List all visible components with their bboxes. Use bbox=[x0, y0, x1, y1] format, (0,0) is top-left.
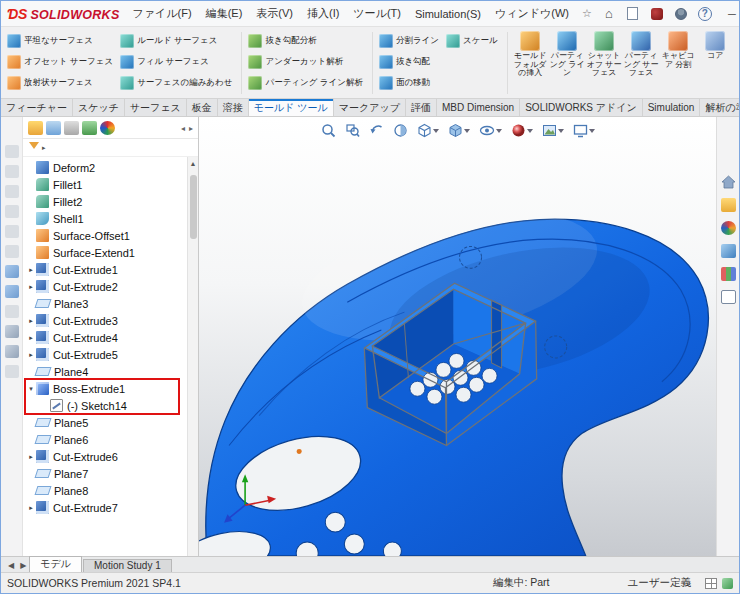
help-icon[interactable]: ? bbox=[694, 4, 716, 24]
left-toolbar-icon[interactable] bbox=[5, 225, 19, 238]
tree-item[interactable]: Fillet2 bbox=[23, 193, 187, 210]
tree-item[interactable]: Plane5 bbox=[23, 414, 187, 431]
left-toolbar-icon[interactable] bbox=[5, 205, 19, 218]
property-manager-tab-icon[interactable] bbox=[46, 121, 61, 135]
parting-line-analysis-button[interactable]: パーティング ライン解析 bbox=[246, 76, 367, 90]
motion-study-tab[interactable]: Motion Study 1 bbox=[83, 559, 172, 572]
configuration-manager-tab-icon[interactable] bbox=[64, 121, 79, 135]
menu-window[interactable]: ウィンドウ(W) bbox=[488, 6, 576, 21]
apply-scene-icon[interactable] bbox=[541, 122, 565, 139]
tree-item[interactable]: Surface-Extend1 bbox=[23, 244, 187, 261]
menu-insert[interactable]: 挿入(I) bbox=[300, 6, 346, 21]
view-palette-icon[interactable] bbox=[721, 267, 736, 281]
ribbon-collapse-chevron-icon[interactable]: ∧ bbox=[734, 30, 740, 44]
draft-analysis-button[interactable]: 抜き勾配分析 bbox=[246, 34, 367, 48]
parting-lines-button[interactable]: パーティング ライン bbox=[549, 30, 586, 96]
tree-item[interactable]: Plane6 bbox=[23, 431, 187, 448]
tab-simulation[interactable]: Simulation bbox=[643, 99, 701, 116]
tree-item[interactable]: Plane7 bbox=[23, 465, 187, 482]
appearances-icon[interactable] bbox=[721, 221, 736, 235]
tree-tabs-next-icon[interactable]: ▸ bbox=[189, 124, 193, 133]
custom-properties-icon[interactable] bbox=[721, 290, 736, 304]
tab-surfaces[interactable]: サーフェス bbox=[125, 99, 187, 116]
tree-item[interactable]: ▸Cut-Extrude4 bbox=[23, 329, 187, 346]
tab-sheet-metal[interactable]: 板金 bbox=[187, 99, 218, 116]
scroll-up-arrow-icon[interactable]: ▲ bbox=[190, 157, 197, 167]
ruled-surface-button[interactable]: ルールド サーフェス bbox=[118, 34, 237, 48]
left-toolbar-icon[interactable] bbox=[5, 365, 19, 378]
left-toolbar-icon[interactable] bbox=[5, 285, 19, 298]
file-explorer-icon[interactable] bbox=[721, 198, 736, 212]
tree-item[interactable]: ▸Cut-Extrude1 bbox=[23, 261, 187, 278]
tab-mold-tools[interactable]: モールド ツール bbox=[249, 99, 334, 116]
filter-funnel-icon[interactable] bbox=[29, 142, 39, 154]
tree-item[interactable]: ▸Cut-Extrude5 bbox=[23, 346, 187, 363]
home-tab-icon[interactable] bbox=[721, 175, 736, 189]
split-line-button[interactable]: 分割ライン bbox=[377, 34, 444, 48]
account-icon[interactable] bbox=[670, 4, 692, 24]
expander-icon[interactable]: ▸ bbox=[26, 351, 36, 359]
new-document-icon[interactable] bbox=[622, 4, 644, 24]
left-toolbar-icon[interactable] bbox=[5, 165, 19, 178]
tree-item[interactable]: Surface-Offset1 bbox=[23, 227, 187, 244]
radiate-surface-button[interactable]: 放射状サーフェス bbox=[5, 76, 118, 90]
tree-item[interactable]: Plane4 bbox=[23, 363, 187, 380]
tab-scroll-next-icon[interactable]: ▶ bbox=[17, 561, 29, 572]
core-button[interactable]: コア bbox=[697, 30, 734, 96]
dropdown-caret-icon[interactable] bbox=[433, 129, 439, 136]
feature-tree-tab-icon[interactable] bbox=[28, 121, 43, 135]
view-settings-icon[interactable] bbox=[572, 122, 596, 139]
display-style-icon[interactable] bbox=[447, 122, 471, 139]
left-toolbar-icon[interactable] bbox=[5, 185, 19, 198]
model-tab[interactable]: モデル bbox=[29, 556, 82, 572]
dropdown-caret-icon[interactable] bbox=[527, 129, 533, 136]
dropdown-caret-icon[interactable] bbox=[589, 129, 595, 136]
tree-item[interactable]: Shell1 bbox=[23, 210, 187, 227]
status-tag-icon[interactable] bbox=[722, 578, 733, 589]
left-toolbar-icon[interactable] bbox=[5, 265, 19, 278]
expander-icon[interactable]: ▸ bbox=[26, 334, 36, 342]
display-manager-tab-icon[interactable] bbox=[100, 121, 115, 135]
tab-solidworks-addins[interactable]: SOLIDWORKS アドイン bbox=[520, 99, 643, 116]
left-toolbar-icon[interactable] bbox=[5, 325, 19, 338]
zoom-to-area-icon[interactable] bbox=[344, 122, 361, 139]
tab-evaluate[interactable]: 評価 bbox=[406, 99, 437, 116]
menu-view[interactable]: 表示(V) bbox=[249, 6, 300, 21]
edit-appearance-icon[interactable] bbox=[510, 122, 534, 139]
tab-sketch[interactable]: スケッチ bbox=[73, 99, 125, 116]
tree-tabs-prev-icon[interactable]: ◂ bbox=[181, 124, 185, 133]
tree-scrollbar[interactable]: ▲ bbox=[187, 157, 198, 556]
filter-caret-icon[interactable]: ▸ bbox=[42, 144, 46, 152]
zoom-to-fit-icon[interactable] bbox=[320, 122, 337, 139]
pin-menu-star-icon[interactable]: ☆ bbox=[576, 7, 598, 20]
parting-surfaces-button[interactable]: パーティング サーフェス bbox=[623, 30, 660, 96]
minimize-button[interactable]: ─ bbox=[718, 2, 740, 26]
tab-features[interactable]: フィーチャー bbox=[1, 99, 73, 116]
hide-show-items-icon[interactable] bbox=[478, 122, 503, 139]
dropdown-caret-icon[interactable] bbox=[464, 129, 470, 136]
left-toolbar-icon[interactable] bbox=[5, 345, 19, 358]
menu-tools[interactable]: ツール(T) bbox=[346, 6, 408, 21]
model-3d-view[interactable] bbox=[199, 117, 716, 556]
tab-scroll-prev-icon[interactable]: ◀ bbox=[5, 561, 17, 572]
tree-item[interactable]: ▸Cut-Extrude7 bbox=[23, 499, 187, 516]
tab-markup[interactable]: マークアップ bbox=[334, 99, 406, 116]
scale-button[interactable]: スケール bbox=[444, 34, 503, 48]
draft-button[interactable]: 抜き勾配 bbox=[377, 55, 444, 69]
tree-item[interactable]: Deform2 bbox=[23, 159, 187, 176]
left-toolbar-icon[interactable] bbox=[5, 305, 19, 318]
left-toolbar-icon[interactable] bbox=[5, 145, 19, 158]
tab-weldments[interactable]: 溶接 bbox=[218, 99, 249, 116]
expander-icon[interactable]: ▸ bbox=[26, 283, 36, 291]
session-recorder-icon[interactable] bbox=[646, 4, 668, 24]
tree-item-boss-extrude1[interactable]: ▾Boss-Extrude1 bbox=[23, 380, 187, 397]
tree-item[interactable]: ▸Cut-Extrude2 bbox=[23, 278, 187, 295]
expander-icon[interactable]: ▸ bbox=[26, 504, 36, 512]
tree-item[interactable]: Plane8 bbox=[23, 482, 187, 499]
tab-mbd-dimension[interactable]: MBD Dimension bbox=[437, 99, 520, 116]
expander-icon[interactable]: ▸ bbox=[26, 317, 36, 325]
tree-item[interactable]: Fillet1 bbox=[23, 176, 187, 193]
tab-analysis-preparation[interactable]: 解析の準備 bbox=[700, 99, 739, 116]
menu-simulation[interactable]: Simulation(S) bbox=[408, 8, 488, 20]
shut-off-surfaces-button[interactable]: シャットオフ サーフェス bbox=[586, 30, 623, 96]
